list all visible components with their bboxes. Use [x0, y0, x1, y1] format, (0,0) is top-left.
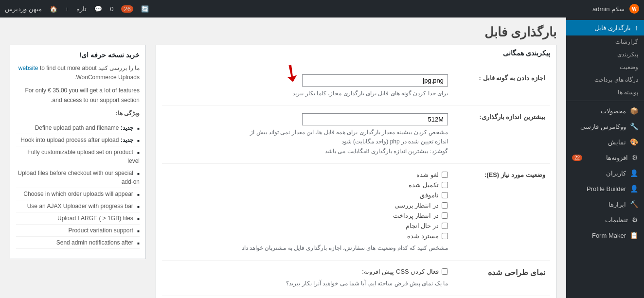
- sidebar-item-products[interactable]: 📦 محصولات: [566, 103, 644, 119]
- adminbar-left: W سلام admin: [592, 4, 639, 14]
- settings-form-table: اجازه دادن به گونه فابل : برای جدا کردن …: [162, 67, 550, 296]
- status-pending-row: در انتظار بررسی: [167, 202, 448, 209]
- postbox-header: پیکربندی همگانی: [156, 45, 556, 61]
- sidebar-item-status[interactable]: وضعیت: [566, 61, 644, 73]
- custom-css-row custom-design-row: نمای طراحی شده فعال کردن CSS پیش افزونه:…: [162, 260, 550, 296]
- form-maker-icon: 📋: [630, 231, 638, 239]
- max-size-desc: مشخص کردن بیشینه مقدار بارگذاری برای همه…: [167, 128, 448, 156]
- custom-css-checkbox[interactable]: [442, 268, 448, 275]
- sidebar-item-tools[interactable]: 🔨 ابزارها: [566, 196, 644, 212]
- adminbar-greeting: سلام admin: [592, 5, 625, 13]
- profile-builder-icon: 👤: [630, 185, 638, 193]
- status-processing-label: در حال انجام: [406, 222, 439, 229]
- sidebar-item-gateways[interactable]: درگاه های پرداخت: [566, 73, 644, 86]
- comments-count: 0: [110, 5, 113, 13]
- promo-intro: ما را بررسی کنید website to find out mor…: [16, 64, 140, 82]
- sidebar-item-uploads[interactable]: ↑ بارگذاری فابل: [566, 20, 644, 35]
- status-pending-label: در انتظار بررسی: [394, 202, 439, 209]
- max-size-cell: مشخص کردن بیشینه مقدار بارگذاری برای همه…: [162, 106, 453, 164]
- max-size-label: بیشترین اندازه بارگذاری:: [453, 106, 550, 164]
- sidebar-item-reports[interactable]: گزارشات: [566, 35, 644, 48]
- main-column: ➘ پیکربندی همگانی اجازه دادن به گونه فاب…: [156, 45, 556, 298]
- status-processing-checkbox[interactable]: [442, 223, 448, 229]
- feature-item-4: Choose in which order uploads will appea…: [16, 188, 140, 200]
- tools-label: ابزارها: [608, 201, 626, 208]
- feature-text-0: Define upload path and filename: [35, 124, 119, 131]
- settings-postbox: پیکربندی همگانی اجازه دادن به گونه فابل …: [156, 45, 556, 298]
- feature-text-3: Upload files before checkout with our sp…: [18, 170, 140, 185]
- status-pending-payment-checkbox[interactable]: [442, 212, 448, 219]
- settings2-label: تنظیمات: [605, 216, 628, 224]
- sidebar-item-settings[interactable]: پیکربندی: [566, 48, 644, 61]
- status-cancelled-checkbox[interactable]: [442, 172, 448, 178]
- users-icon: 👤: [630, 169, 638, 177]
- uploads-icon: ↑: [635, 24, 638, 32]
- feature-badge-0: جدید:: [121, 124, 133, 131]
- updates-badge[interactable]: 26: [121, 5, 133, 13]
- content-wrapper: ➘ پیکربندی همگانی اجازه دادن به گونه فاب…: [10, 45, 556, 298]
- updates-icon[interactable]: 🔄: [141, 5, 149, 13]
- custom-css-desc: ما یک نمای پیش فرض ساخته ایم. آیا شما می…: [167, 279, 448, 288]
- status-label-cell: وضعیت مورد نیاز (ES):: [453, 163, 550, 260]
- main-content: بارگذاری فابل ➘ پیکربندی همگانی: [0, 18, 566, 298]
- feature-text-7: Product variation support: [68, 227, 133, 234]
- feature-badge-1: جدید:: [121, 137, 133, 143]
- layout: ↑ بارگذاری فابل گزارشات پیکربندی وضعیت د…: [0, 18, 644, 298]
- sidebar-item-users[interactable]: 👤 کاربران: [566, 165, 644, 181]
- allowed-types-row: اجازه دادن به گونه فابل : برای جدا کردن …: [162, 67, 550, 106]
- custom-css-section-label: نمای طراحی شده: [453, 260, 550, 296]
- sidebar-item-form-maker[interactable]: 📋 Form Maker: [566, 228, 644, 243]
- status-cell: لغو شده تکمیل شده: [162, 163, 453, 260]
- feature-item-7: Product variation support: [16, 225, 140, 237]
- status-checkboxes: لغو شده تکمیل شده: [167, 171, 448, 240]
- status-cancelled-label: لغو شده: [416, 171, 439, 178]
- sidebar-item-settings2[interactable]: ⚙ تنظیمات: [566, 212, 644, 228]
- reports-label: گزارشات: [615, 38, 638, 45]
- allowed-types-input[interactable]: [302, 74, 448, 87]
- feature-item-0: جدید: Define upload path and filename: [16, 122, 140, 134]
- promo-link[interactable]: website: [18, 65, 38, 71]
- sidebar-item-appearance[interactable]: 🎨 نمایش: [566, 134, 644, 150]
- status-refunded-checkbox[interactable]: [442, 233, 448, 239]
- feature-text-4: Choose in which order uploads will appea…: [23, 191, 133, 197]
- plugins-label: افزونه‌ها: [606, 154, 628, 161]
- home-icon[interactable]: 🏠: [50, 5, 57, 13]
- products-icon: 📦: [630, 107, 638, 115]
- appearance-icon: 🎨: [630, 138, 638, 146]
- settings-label: پیکربندی: [617, 51, 638, 58]
- posts-label: پوسته ها: [618, 89, 638, 96]
- sidebar-item-woo-fa[interactable]: 🔧 ووکامرس فارسی: [566, 119, 644, 134]
- sidebar-item-profile-builder[interactable]: 👤 Profile Builder: [566, 181, 644, 196]
- tools-icon: 🔨: [630, 200, 638, 208]
- comments-icon[interactable]: 💬: [94, 5, 102, 13]
- admin-sidebar: ↑ بارگذاری فابل گزارشات پیکربندی وضعیت د…: [566, 18, 644, 298]
- status-refunded-label: مسترد شده: [407, 232, 439, 240]
- profile-builder-label: Profile Builder: [587, 185, 626, 193]
- status-completed-checkbox[interactable]: [442, 182, 448, 188]
- allowed-types-label: اجازه دادن به گونه فابل :: [453, 67, 550, 106]
- feature-item-6: Upload LARGE ( > 1GB) files: [16, 212, 140, 225]
- site-name[interactable]: میهن وردپرس: [5, 5, 42, 13]
- status-refunded-row: مسترد شده: [167, 232, 448, 240]
- feature-text-2: Fully customizable upload set on product…: [27, 149, 140, 164]
- feature-item-3: Upload files before checkout with our sp…: [16, 167, 140, 188]
- appearance-label: نمایش: [608, 139, 626, 146]
- sidebar-item-posts[interactable]: پوسته ها: [566, 86, 644, 99]
- feature-item-5: Use an AJAX Uploader with progress bar: [16, 200, 140, 212]
- status-pending-payment-row: در انتظار پرداخت: [167, 212, 448, 219]
- status-failed-checkbox[interactable]: [442, 192, 448, 198]
- sidebar-item-plugins[interactable]: ⚙ افزونه‌ها 22: [566, 150, 644, 165]
- new-content-icon[interactable]: +: [65, 5, 69, 13]
- status-completed-label: تکمیل شده: [409, 181, 439, 189]
- users-label: کاربران: [606, 170, 626, 177]
- custom-css-checkbox-label: فعال کردن CSS پیش افزونه:: [362, 268, 439, 275]
- wp-logo-icon[interactable]: W: [629, 4, 639, 14]
- custom-css-cell: فعال کردن CSS پیش افزونه: ما یک نمای پیش…: [162, 260, 453, 296]
- allowed-types-desc: برای جدا کردن گونه های فایل برای بارگذار…: [167, 89, 448, 98]
- status-pending-checkbox[interactable]: [442, 202, 448, 209]
- promo-title: خرید نسخه حرفه ای!: [16, 51, 140, 59]
- gateways-label: درگاه های پرداخت: [594, 76, 638, 83]
- products-label: محصولات: [601, 107, 626, 115]
- plugins-badge: 22: [572, 155, 582, 161]
- max-size-input[interactable]: [302, 113, 448, 125]
